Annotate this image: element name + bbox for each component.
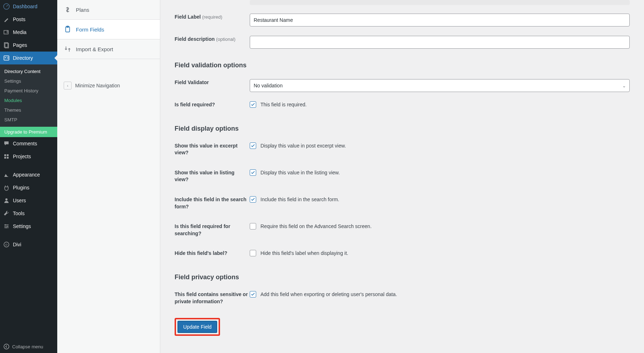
search-required-label: Is this field required for searching? — [175, 223, 250, 237]
sidebar-item-divi[interactable]: D Divi — [0, 238, 57, 251]
svg-rect-8 — [7, 154, 9, 156]
dashboard-icon — [3, 3, 10, 10]
import-export-icon — [64, 45, 72, 53]
field-label-label: Field Label (required) — [175, 14, 250, 21]
update-field-button[interactable]: Update Field — [177, 321, 217, 333]
search-checkbox[interactable] — [250, 196, 256, 203]
sidebar-item-plugins[interactable]: Plugins — [0, 181, 57, 194]
settings-icon — [3, 223, 10, 230]
submenu-smtp[interactable]: SMTP — [0, 115, 57, 125]
svg-rect-9 — [4, 157, 6, 159]
submenu-themes[interactable]: Themes — [0, 105, 57, 115]
hide-label-text: Hide this field's label when displaying … — [260, 250, 348, 256]
sidebar-item-appearance[interactable]: Appearance — [0, 168, 57, 181]
sidebar-item-settings-main[interactable]: Settings — [0, 220, 57, 233]
search-label: Include this field in the search form? — [175, 196, 250, 210]
subnav-item-import-export[interactable]: Import & Export — [57, 39, 160, 59]
main-content: Field Label (required) Field description… — [160, 0, 644, 353]
sidebar-item-tools[interactable]: Tools — [0, 207, 57, 220]
field-validator-label: Field Validator — [175, 79, 250, 86]
svg-point-14 — [6, 227, 7, 228]
svg-text:D: D — [5, 243, 8, 246]
sidebar-label: Dashboard — [13, 4, 38, 9]
sidebar-item-pages[interactable]: Pages — [0, 39, 57, 52]
collapse-icon — [3, 343, 10, 350]
sidebar-label: Pages — [13, 42, 27, 48]
excerpt-text: Display this value in post excerpt view. — [260, 143, 346, 149]
field-description-input[interactable] — [250, 36, 630, 49]
sidebar-item-projects[interactable]: Projects — [0, 150, 57, 163]
collapse-menu-button[interactable]: Collapse menu — [0, 340, 57, 353]
chevron-left-icon: ‹ — [64, 82, 72, 90]
sidebar-label: Posts — [13, 16, 25, 22]
module-sub-navigation: Plans Form Fields Import & Export ‹ Mini… — [57, 0, 160, 353]
minimize-navigation-button[interactable]: ‹ Minimize Navigation — [57, 75, 160, 96]
is-required-label: Is field required? — [175, 101, 250, 108]
svg-rect-7 — [4, 154, 6, 156]
minimize-label: Minimize Navigation — [75, 83, 120, 88]
submenu-settings[interactable]: Settings — [0, 76, 57, 86]
svg-point-6 — [5, 57, 6, 58]
sidebar-item-comments[interactable]: Comments — [0, 137, 57, 150]
field-validator-select[interactable]: No validation — [250, 79, 630, 92]
privacy-text: Add this field when exporting or deletin… — [260, 291, 397, 297]
svg-point-12 — [5, 224, 6, 226]
sidebar-item-media[interactable]: Media — [0, 26, 57, 39]
listing-label: Show this value in listing view? — [175, 169, 250, 183]
upgrade-premium-button[interactable]: Upgrade to Premium — [0, 127, 57, 137]
submenu-modules[interactable]: Modules — [0, 96, 57, 105]
sidebar-label: Settings — [13, 223, 31, 229]
sidebar-label: Divi — [13, 242, 21, 247]
media-icon — [3, 29, 10, 36]
search-required-checkbox[interactable] — [250, 223, 256, 229]
collapsed-panel — [250, 0, 630, 5]
clipboard-icon — [64, 25, 72, 33]
excerpt-checkbox[interactable] — [250, 142, 256, 149]
subnav-label: Import & Export — [76, 46, 113, 52]
subnav-label: Plans — [76, 7, 89, 13]
sidebar-item-directory[interactable]: Directory — [0, 52, 57, 64]
sidebar-item-dashboard[interactable]: Dashboard — [0, 0, 57, 13]
field-description-label: Field description (optional) — [175, 36, 250, 43]
collapse-label: Collapse menu — [12, 344, 43, 349]
search-text: Include this field in the search form. — [260, 197, 339, 202]
is-required-checkbox[interactable] — [250, 101, 256, 108]
pin-icon — [3, 16, 10, 23]
directory-submenu: Directory Content Settings Payment Histo… — [0, 64, 57, 127]
field-label-input[interactable] — [250, 14, 630, 26]
listing-checkbox[interactable] — [250, 169, 256, 176]
sidebar-label: Projects — [13, 154, 31, 159]
sidebar-label: Appearance — [13, 172, 40, 178]
sidebar-label: Media — [13, 29, 26, 35]
validation-heading: Field validation options — [175, 62, 630, 69]
projects-icon — [3, 153, 10, 160]
sidebar-item-users[interactable]: Users — [0, 194, 57, 207]
sidebar-label: Plugins — [13, 185, 29, 190]
listing-text: Display this value in the listing view. — [260, 170, 340, 175]
svg-point-2 — [6, 31, 9, 33]
update-button-highlight: Update Field — [175, 318, 220, 336]
sidebar-label: Tools — [13, 211, 25, 216]
excerpt-label: Show this value in excerpt view? — [175, 142, 250, 156]
sidebar-label: Users — [13, 198, 26, 203]
sidebar-label: Directory — [13, 55, 33, 61]
subnav-label: Form Fields — [76, 26, 104, 33]
comments-icon — [3, 140, 10, 147]
subnav-item-plans[interactable]: Plans — [57, 0, 160, 20]
privacy-label: This field contains sensitive or private… — [175, 291, 250, 305]
submenu-directory-content[interactable]: Directory Content — [0, 67, 57, 76]
svg-rect-10 — [7, 157, 9, 159]
users-icon — [3, 197, 10, 204]
tools-icon — [3, 210, 10, 217]
svg-point-13 — [7, 226, 8, 227]
svg-point-11 — [5, 198, 8, 200]
sidebar-label: Comments — [13, 141, 37, 146]
hide-label-checkbox[interactable] — [250, 250, 256, 256]
submenu-payment-history[interactable]: Payment History — [0, 86, 57, 96]
privacy-checkbox[interactable] — [250, 291, 256, 298]
appearance-icon — [3, 171, 10, 178]
svg-rect-5 — [4, 56, 9, 60]
sidebar-item-posts[interactable]: Posts — [0, 13, 57, 26]
subnav-item-form-fields[interactable]: Form Fields — [57, 20, 160, 39]
wp-admin-sidebar: Dashboard Posts Media Pages Directory Di… — [0, 0, 57, 353]
